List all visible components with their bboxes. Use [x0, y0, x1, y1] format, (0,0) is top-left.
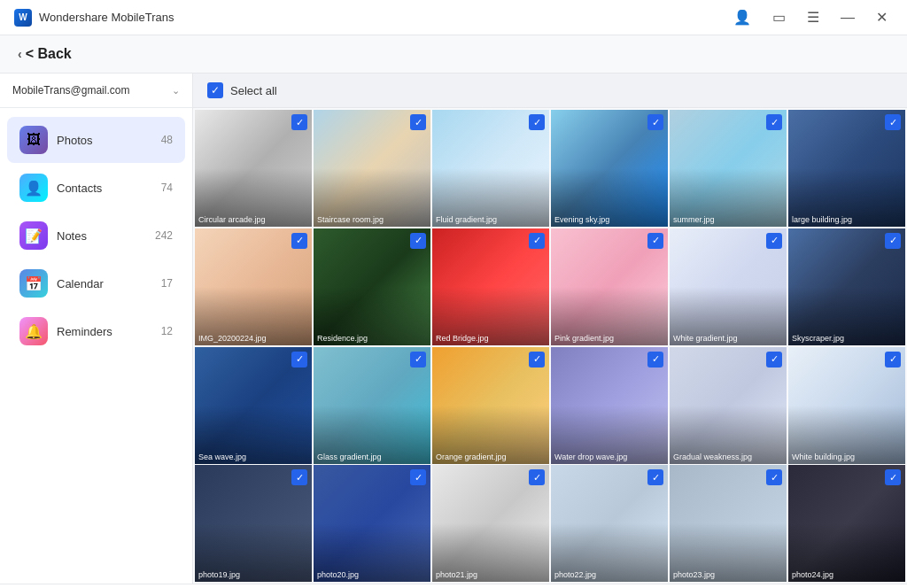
photo-checkbox[interactable]: ✓ — [291, 233, 307, 249]
photo-checkbox[interactable]: ✓ — [410, 233, 426, 249]
photo-checkbox[interactable]: ✓ — [529, 114, 545, 130]
back-button[interactable]: ‹ < Back — [18, 46, 72, 62]
sidebar-label-photos: Photos — [57, 134, 152, 147]
photo-name: Skyscraper.jpg — [792, 334, 902, 343]
sidebar-label-reminders: Reminders — [57, 325, 152, 338]
sidebar-item-contacts[interactable]: 👤 Contacts 74 — [7, 165, 185, 211]
sidebar-count-notes: 242 — [155, 229, 173, 242]
photo-checkbox[interactable]: ✓ — [647, 114, 663, 130]
sidebar-item-reminders[interactable]: 🔔 Reminders 12 — [7, 308, 185, 354]
photo-checkbox[interactable]: ✓ — [291, 469, 307, 485]
photo-checkbox[interactable]: ✓ — [885, 469, 901, 485]
photo-item[interactable]: ✓ photo22.jpg — [551, 465, 668, 582]
photo-name: summer.jpg — [673, 215, 783, 224]
photo-checkbox[interactable]: ✓ — [291, 352, 307, 368]
photo-item[interactable]: ✓ Circular arcade.jpg — [195, 110, 312, 227]
photo-item[interactable]: ✓ Fluid gradient.jpg — [432, 110, 549, 227]
photo-checkbox[interactable]: ✓ — [291, 114, 307, 130]
photo-checkbox[interactable]: ✓ — [529, 233, 545, 249]
photo-name: photo19.jpg — [198, 570, 308, 579]
select-all-label: Select all — [230, 84, 277, 97]
photo-item[interactable]: ✓ Pink gradient.jpg — [551, 228, 668, 345]
sidebar-label-contacts: Contacts — [57, 182, 152, 195]
photo-name: photo20.jpg — [317, 570, 427, 579]
select-all-checkbox[interactable]: ✓ — [207, 82, 223, 98]
select-all-bar: ✓ Select all — [193, 74, 907, 108]
photo-item[interactable]: ✓ Staircase room.jpg — [314, 110, 430, 227]
photo-item[interactable]: ✓ Sea wave.jpg — [195, 347, 312, 464]
photo-name: Staircase room.jpg — [317, 215, 427, 224]
photo-name: Orange gradient.jpg — [436, 453, 546, 461]
photo-name: photo24.jpg — [792, 570, 902, 579]
photos-icon: 🖼 — [19, 126, 48, 154]
photo-name: White building.jpg — [792, 453, 902, 461]
photo-item[interactable]: ✓ photo19.jpg — [195, 465, 312, 582]
close-button[interactable]: ✕ — [871, 7, 893, 27]
photo-item[interactable]: ✓ Orange gradient.jpg — [432, 347, 549, 464]
photo-item[interactable]: ✓ Glass gradient.jpg — [314, 347, 430, 464]
photo-checkbox[interactable]: ✓ — [647, 233, 663, 249]
photo-item[interactable]: ✓ large building.jpg — [788, 110, 905, 227]
account-button[interactable]: 👤 — [728, 7, 756, 27]
photo-item[interactable]: ✓ White building.jpg — [788, 347, 905, 464]
photo-name: Pink gradient.jpg — [554, 334, 664, 343]
sidebar-item-calendar[interactable]: 📅 Calendar 17 — [7, 260, 185, 306]
nav-items: 🖼 Photos 48 👤 Contacts 74 📝 Notes 242 📅 … — [0, 108, 192, 363]
photo-item[interactable]: ✓ Gradual weakness.jpg — [670, 347, 787, 464]
photo-item[interactable]: ✓ summer.jpg — [670, 110, 787, 227]
photo-item[interactable]: ✓ Skyscraper.jpg — [788, 228, 905, 345]
photo-checkbox[interactable]: ✓ — [529, 469, 545, 485]
photo-item[interactable]: ✓ photo21.jpg — [432, 465, 549, 582]
menu-button[interactable]: ☰ — [802, 7, 825, 27]
photo-name: photo23.jpg — [673, 570, 783, 579]
photo-item[interactable]: ✓ photo24.jpg — [788, 465, 905, 582]
app-title: Wondershare MobileTrans — [39, 11, 174, 24]
photo-item[interactable]: ✓ photo20.jpg — [314, 465, 430, 582]
account-selector[interactable]: MobileTrans@gmail.com ⌄ — [0, 74, 192, 108]
photo-checkbox[interactable]: ✓ — [410, 469, 426, 485]
photo-name: Residence.jpg — [317, 334, 427, 343]
photo-name: photo21.jpg — [436, 570, 546, 579]
calendar-icon: 📅 — [19, 269, 48, 298]
photo-name: Circular arcade.jpg — [198, 215, 308, 224]
photo-item[interactable]: ✓ Evening sky.jpg — [551, 110, 668, 227]
photo-item[interactable]: ✓ Residence.jpg — [314, 228, 430, 345]
sidebar-count-photos: 48 — [161, 134, 173, 146]
title-bar-controls: 👤 ▭ ☰ — ✕ — [728, 7, 893, 27]
photo-checkbox[interactable]: ✓ — [766, 233, 782, 249]
photo-item[interactable]: ✓ IMG_20200224.jpg — [195, 228, 312, 345]
photo-grid: ✓ Circular arcade.jpg ✓ Staircase room.j… — [193, 108, 907, 584]
photo-checkbox[interactable]: ✓ — [410, 114, 426, 130]
minimize-button[interactable]: — — [835, 8, 860, 27]
chevron-down-icon: ⌄ — [172, 85, 180, 97]
photo-name: White gradient.jpg — [673, 334, 783, 343]
photo-checkbox[interactable]: ✓ — [766, 352, 782, 368]
title-bar-left: W Wondershare MobileTrans — [14, 9, 174, 27]
photo-checkbox[interactable]: ✓ — [647, 469, 663, 485]
photo-name: Evening sky.jpg — [554, 215, 664, 224]
photo-checkbox[interactable]: ✓ — [766, 114, 782, 130]
photo-checkbox[interactable]: ✓ — [410, 352, 426, 368]
sidebar-count-reminders: 12 — [161, 325, 173, 337]
photo-checkbox[interactable]: ✓ — [885, 352, 901, 368]
main-layout: MobileTrans@gmail.com ⌄ 🖼 Photos 48 👤 Co… — [0, 74, 907, 584]
contacts-icon: 👤 — [19, 174, 48, 202]
photo-checkbox[interactable]: ✓ — [529, 352, 545, 368]
sidebar-count-contacts: 74 — [161, 182, 173, 194]
photo-item[interactable]: ✓ Water drop wave.jpg — [551, 347, 668, 464]
photo-name: Glass gradient.jpg — [317, 453, 427, 461]
photo-checkbox[interactable]: ✓ — [885, 233, 901, 249]
photo-checkbox[interactable]: ✓ — [647, 352, 663, 368]
sidebar-item-notes[interactable]: 📝 Notes 242 — [7, 213, 185, 259]
sidebar-count-calendar: 17 — [161, 277, 173, 290]
sidebar-item-photos[interactable]: 🖼 Photos 48 — [7, 117, 185, 163]
photo-checkbox[interactable]: ✓ — [766, 469, 782, 485]
photo-item[interactable]: ✓ Red Bridge.jpg — [432, 228, 549, 345]
photo-name: Fluid gradient.jpg — [436, 215, 546, 224]
photo-checkbox[interactable]: ✓ — [885, 114, 901, 130]
window-button[interactable]: ▭ — [767, 7, 791, 27]
photo-name: Sea wave.jpg — [198, 453, 308, 461]
photo-item[interactable]: ✓ photo23.jpg — [670, 465, 787, 582]
photo-name: large building.jpg — [792, 215, 902, 224]
photo-item[interactable]: ✓ White gradient.jpg — [670, 228, 787, 345]
